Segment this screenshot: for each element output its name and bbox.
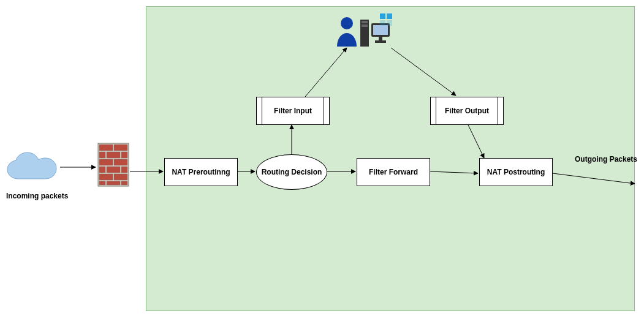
edge-output-natpost — [468, 125, 484, 158]
diagram-stage: NAT Preroutinng Routing Decision Filter … — [0, 0, 644, 316]
edges — [0, 0, 644, 316]
edge-input-user — [305, 48, 347, 97]
edge-forward-natpost — [430, 171, 478, 173]
edge-natpost-out — [553, 173, 635, 184]
edge-user-output — [391, 48, 456, 96]
